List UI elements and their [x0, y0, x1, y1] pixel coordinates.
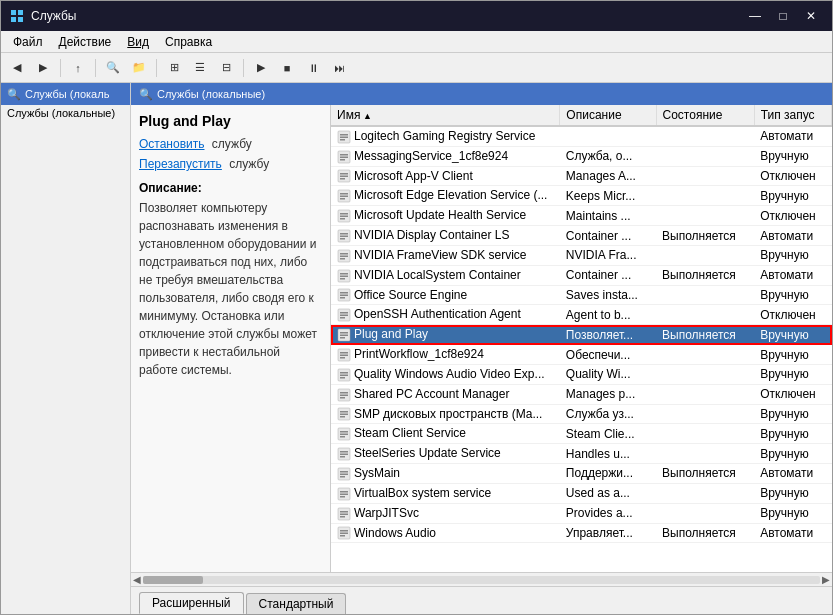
svg-rect-0: [11, 10, 16, 15]
svg-rect-87: [340, 535, 345, 537]
svg-rect-29: [340, 253, 348, 255]
svg-rect-42: [340, 315, 348, 317]
svg-rect-77: [340, 491, 348, 493]
table-row[interactable]: Microsoft Update Health ServiceMaintains…: [331, 206, 832, 226]
svg-rect-58: [340, 394, 348, 396]
svg-rect-69: [340, 451, 348, 453]
table-row[interactable]: SysMainПоддержи...ВыполняетсяАвтомати: [331, 464, 832, 484]
svg-rect-61: [340, 411, 348, 413]
svg-rect-65: [340, 431, 348, 433]
table-row[interactable]: PrintWorkflow_1cf8e924Обеспечи...Вручную: [331, 345, 832, 365]
svg-rect-7: [340, 139, 345, 141]
bottom-tabs: Расширенный Стандартный: [131, 586, 832, 614]
back-button[interactable]: ◀: [5, 57, 29, 79]
table-header-row: Имя Описание Состояние Тип запус: [331, 105, 832, 126]
svg-rect-2: [11, 17, 16, 22]
svg-rect-27: [340, 238, 345, 240]
svg-rect-74: [340, 473, 348, 475]
svg-rect-86: [340, 533, 348, 535]
tab-extended[interactable]: Расширенный: [139, 592, 244, 614]
restart-service-link[interactable]: Перезапустить: [139, 157, 222, 171]
view2-button[interactable]: ☰: [188, 57, 212, 79]
folders-button[interactable]: 📁: [127, 57, 151, 79]
toolbar: ◀ ▶ ↑ 🔍 📁 ⊞ ☰ ⊟ ▶ ■ ⏸ ⏭: [1, 53, 832, 83]
service-description: Позволяет компьютеру распознавать измене…: [139, 199, 322, 379]
sidebar-item-local-services[interactable]: Службы (локальные): [1, 105, 130, 121]
col-startup[interactable]: Тип запус: [754, 105, 831, 126]
maximize-button[interactable]: □: [770, 6, 796, 26]
menu-help[interactable]: Справка: [157, 33, 220, 51]
table-row[interactable]: Office Source EngineSaves insta...Вручну…: [331, 285, 832, 305]
forward-button[interactable]: ▶: [31, 57, 55, 79]
table-row[interactable]: Shared PC Account ManagerManages p...Отк…: [331, 384, 832, 404]
table-row[interactable]: VirtualBox system serviceUsed as a...Вру…: [331, 483, 832, 503]
menu-view[interactable]: Вид: [119, 33, 157, 51]
main-window: Службы — □ ✕ Файл Действие Вид Справка ◀…: [0, 0, 833, 615]
search-button[interactable]: 🔍: [101, 57, 125, 79]
table-row[interactable]: Quality Windows Audio Video Exp...Qualit…: [331, 364, 832, 384]
svg-rect-5: [340, 134, 348, 136]
table-row[interactable]: Logitech Gaming Registry ServiceАвтомати: [331, 126, 832, 146]
stop-button[interactable]: ■: [275, 57, 299, 79]
horizontal-scrollbar[interactable]: ◀ ▶: [131, 572, 832, 586]
svg-rect-49: [340, 352, 348, 354]
toolbar-sep3: [156, 59, 157, 77]
table-row[interactable]: NVIDIA Display Container LSContainer ...…: [331, 226, 832, 246]
toolbar-sep1: [60, 59, 61, 77]
table-row[interactable]: Plug and PlayПозволяет...ВыполняетсяВруч…: [331, 325, 832, 345]
table-row[interactable]: NVIDIA LocalSystem ContainerContainer ..…: [331, 265, 832, 285]
table-row[interactable]: Microsoft App-V ClientManages A...Отключ…: [331, 166, 832, 186]
desc-label: Описание:: [139, 181, 322, 195]
svg-rect-10: [340, 156, 348, 158]
svg-rect-41: [340, 312, 348, 314]
table-row[interactable]: OpenSSH Authentication AgentAgent to b..…: [331, 305, 832, 325]
table-row[interactable]: Microsoft Edge Elevation Service (...Kee…: [331, 186, 832, 206]
table-row[interactable]: WarpJITSvcProvides a...Вручную: [331, 503, 832, 523]
table-row[interactable]: SMP дисковых пространств (Ma...Служба уз…: [331, 404, 832, 424]
table-row[interactable]: MessagingService_1cf8e924Служба, о...Вру…: [331, 146, 832, 166]
svg-rect-54: [340, 374, 348, 376]
play-button[interactable]: ▶: [249, 57, 273, 79]
svg-rect-31: [340, 258, 345, 260]
view3-button[interactable]: ⊟: [214, 57, 238, 79]
svg-rect-70: [340, 454, 348, 456]
table-row[interactable]: SteelSeries Update ServiceHandles u...Вр…: [331, 444, 832, 464]
col-desc[interactable]: Описание: [560, 105, 656, 126]
svg-rect-14: [340, 176, 348, 178]
svg-rect-63: [340, 416, 345, 418]
sidebar-icon: 🔍: [7, 88, 21, 101]
svg-rect-22: [340, 216, 348, 218]
table-row[interactable]: NVIDIA FrameView SDK serviceNVIDIA Fra..…: [331, 245, 832, 265]
svg-rect-75: [340, 476, 345, 478]
stop-service-suffix: службу: [212, 137, 252, 151]
menu-file[interactable]: Файл: [5, 33, 51, 51]
sidebar-header: 🔍 Службы (локаль: [1, 83, 130, 105]
col-status[interactable]: Состояние: [656, 105, 754, 126]
title-bar: Службы — □ ✕: [1, 1, 832, 31]
tab-standard[interactable]: Стандартный: [246, 593, 347, 614]
svg-rect-34: [340, 275, 348, 277]
svg-rect-19: [340, 198, 345, 200]
svg-rect-11: [340, 159, 345, 161]
pause-button[interactable]: ⏸: [301, 57, 325, 79]
svg-rect-21: [340, 213, 348, 215]
table-row[interactable]: Windows AudioУправляет...ВыполняетсяАвто…: [331, 523, 832, 543]
svg-rect-82: [340, 513, 348, 515]
view1-button[interactable]: ⊞: [162, 57, 186, 79]
services-table: Имя Описание Состояние Тип запус Logitec…: [331, 105, 832, 543]
services-table-panel: Имя Описание Состояние Тип запус Logitec…: [331, 105, 832, 572]
col-name[interactable]: Имя: [331, 105, 560, 126]
menu-action[interactable]: Действие: [51, 33, 120, 51]
table-row[interactable]: Steam Client ServiceSteam Clie...Вручную: [331, 424, 832, 444]
minimize-button[interactable]: —: [742, 6, 768, 26]
svg-rect-66: [340, 434, 348, 436]
svg-rect-81: [340, 511, 348, 513]
svg-rect-30: [340, 255, 348, 257]
svg-rect-71: [340, 456, 345, 458]
close-button[interactable]: ✕: [798, 6, 824, 26]
up-button[interactable]: ↑: [66, 57, 90, 79]
content-header-icon: 🔍: [139, 88, 153, 101]
next-button[interactable]: ⏭: [327, 57, 351, 79]
stop-service-link[interactable]: Остановить: [139, 137, 205, 151]
svg-rect-13: [340, 173, 348, 175]
